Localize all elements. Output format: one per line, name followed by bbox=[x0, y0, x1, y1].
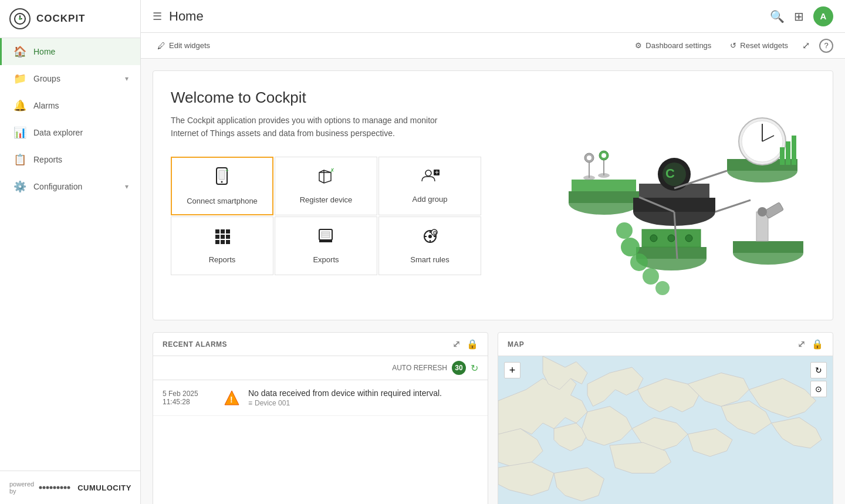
map-controls: ↻ ⊙ bbox=[810, 362, 827, 397]
alarm-time: 5 Feb 2025 11:45:28 bbox=[163, 390, 215, 406]
reports-widget-icon bbox=[214, 228, 231, 249]
alarms-header-actions: ⤢ 🔒 bbox=[452, 339, 478, 350]
exports-label: Exports bbox=[313, 255, 339, 264]
welcome-description: The Cockpit application provides you wit… bbox=[171, 114, 452, 140]
sidebar-item-reports-label: Reports bbox=[33, 155, 62, 164]
exports-icon bbox=[317, 228, 335, 249]
user-avatar[interactable]: A bbox=[813, 6, 833, 26]
sidebar-item-groups[interactable]: 📁 Groups ▾ bbox=[0, 65, 140, 92]
connect-smartphone-widget[interactable]: + Connect smartphone bbox=[171, 157, 273, 215]
svg-rect-29 bbox=[226, 240, 230, 244]
configuration-chevron-icon: ▾ bbox=[125, 182, 129, 191]
map-body: + ↻ ⊙ bbox=[498, 356, 833, 504]
sidebar-item-home-label: Home bbox=[33, 47, 55, 56]
smart-rules-widget[interactable]: ⚙ Smart rules bbox=[378, 217, 481, 275]
smart-rules-label: Smart rules bbox=[410, 255, 449, 264]
connect-smartphone-label: Connect smartphone bbox=[187, 197, 258, 205]
dashboard-settings-label: Dashboard settings bbox=[645, 41, 711, 50]
svg-rect-61 bbox=[786, 141, 790, 165]
exports-widget[interactable]: Exports bbox=[275, 217, 377, 275]
alarms-header: RECENT ALARMS ⤢ 🔒 bbox=[153, 333, 488, 356]
sidebar-item-groups-label: Groups bbox=[33, 74, 60, 83]
alarm-text: No data received from device within requ… bbox=[248, 388, 478, 407]
map-refresh-button[interactable]: ↻ bbox=[810, 362, 827, 378]
smart-rules-icon: ⚙ bbox=[421, 228, 439, 249]
reports-label: Reports bbox=[209, 255, 236, 264]
svg-point-4 bbox=[46, 486, 49, 489]
powered-by-text: powered by bbox=[9, 481, 34, 495]
svg-rect-31 bbox=[319, 240, 332, 242]
alarm-message: No data received from device within requ… bbox=[248, 388, 478, 398]
auto-refresh-label: AUTO REFRESH bbox=[392, 364, 447, 372]
map-header-actions: ⤢ 🔒 bbox=[797, 339, 823, 350]
sidebar-item-data-explorer[interactable]: 📊 Data explorer bbox=[0, 119, 140, 146]
expand-icon[interactable]: ⤢ bbox=[802, 40, 810, 51]
sidebar-item-configuration[interactable]: ⚙️ Configuration ▾ bbox=[0, 173, 140, 200]
svg-text:+: + bbox=[225, 167, 229, 174]
edit-icon: 🖊 bbox=[157, 41, 165, 50]
sidebar-item-reports[interactable]: 📋 Reports bbox=[0, 146, 140, 173]
alarm-timestamp: 11:45:28 bbox=[163, 398, 215, 406]
register-device-icon: ✗ bbox=[317, 168, 336, 190]
sidebar-item-home[interactable]: 🏠 Home bbox=[0, 38, 140, 65]
map-zoom-in-button[interactable]: + bbox=[504, 362, 520, 378]
svg-rect-64 bbox=[733, 241, 803, 253]
search-icon[interactable]: 🔍 bbox=[770, 9, 785, 23]
content-area: Welcome to Cockpit The Cockpit applicati… bbox=[141, 59, 845, 504]
svg-point-72 bbox=[668, 235, 675, 242]
add-group-icon: + bbox=[421, 168, 440, 189]
alarms-expand-icon[interactable]: ⤢ bbox=[452, 339, 461, 350]
toolbar: 🖊 Edit widgets ⚙ Dashboard settings ↺ Re… bbox=[141, 33, 845, 59]
svg-rect-62 bbox=[792, 136, 796, 165]
topbar: ☰ Home 🔍 ⊞ A bbox=[141, 0, 845, 33]
map-title: MAP bbox=[508, 340, 524, 349]
svg-point-13 bbox=[221, 181, 222, 182]
map-lock-icon[interactable]: 🔒 bbox=[812, 339, 824, 350]
svg-rect-22 bbox=[221, 229, 225, 234]
alarm-device: ≡ Device 001 bbox=[248, 399, 478, 407]
iot-svg: C bbox=[533, 89, 815, 300]
svg-point-1 bbox=[19, 18, 21, 20]
reports-icon: 📋 bbox=[13, 153, 26, 166]
sidebar-item-configuration-label: Configuration bbox=[33, 182, 82, 191]
add-group-widget[interactable]: + Add group bbox=[378, 157, 481, 215]
recent-alarms-widget: RECENT ALARMS ⤢ 🔒 AUTO REFRESH 30 ↻ 5 Fe… bbox=[153, 332, 488, 504]
sidebar-navigation: 🏠 Home 📁 Groups ▾ 🔔 Alarms 📊 Data explor… bbox=[0, 38, 140, 471]
sidebar-item-alarms[interactable]: 🔔 Alarms bbox=[0, 92, 140, 119]
register-device-widget[interactable]: ✗ Register device bbox=[275, 157, 377, 215]
groups-chevron-icon: ▾ bbox=[125, 75, 129, 83]
svg-point-44 bbox=[587, 155, 592, 160]
svg-rect-40 bbox=[569, 191, 639, 203]
refresh-icon[interactable]: ↻ bbox=[471, 363, 478, 374]
sidebar-footer: powered by CUMULOCITY bbox=[0, 471, 140, 504]
svg-rect-27 bbox=[215, 240, 219, 244]
svg-point-3 bbox=[43, 486, 46, 489]
svg-point-78 bbox=[655, 281, 670, 295]
svg-rect-23 bbox=[226, 229, 230, 234]
edit-widgets-button[interactable]: 🖊 Edit widgets bbox=[153, 39, 215, 53]
svg-point-67 bbox=[758, 207, 767, 217]
help-icon[interactable]: ? bbox=[819, 39, 833, 53]
edit-widgets-label: Edit widgets bbox=[169, 41, 210, 50]
svg-point-10 bbox=[67, 486, 70, 489]
dashboard-settings-button[interactable]: ⚙ Dashboard settings bbox=[630, 39, 716, 52]
svg-text:✗: ✗ bbox=[330, 168, 334, 174]
map-svg bbox=[498, 356, 833, 504]
svg-rect-24 bbox=[215, 235, 219, 239]
reset-widgets-button[interactable]: ↺ Reset widgets bbox=[725, 39, 793, 52]
smartphone-icon: + bbox=[214, 167, 231, 191]
alarms-lock-icon[interactable]: 🔒 bbox=[467, 339, 479, 350]
svg-text:!: ! bbox=[230, 395, 233, 404]
map-expand-icon[interactable]: ⤢ bbox=[797, 339, 806, 350]
grid-icon[interactable]: ⊞ bbox=[794, 9, 804, 23]
map-header: MAP ⤢ 🔒 bbox=[498, 333, 833, 356]
configuration-icon: ⚙️ bbox=[13, 180, 26, 193]
map-locate-button[interactable]: ⊙ bbox=[810, 381, 827, 397]
sidebar: COCKPIT 🏠 Home 📁 Groups ▾ 🔔 Alarms 📊 Dat… bbox=[0, 0, 141, 504]
menu-icon[interactable]: ☰ bbox=[153, 10, 162, 23]
svg-rect-28 bbox=[221, 240, 225, 244]
svg-point-9 bbox=[64, 486, 67, 489]
svg-text:C: C bbox=[665, 166, 675, 181]
reports-widget[interactable]: Reports bbox=[171, 217, 273, 275]
refresh-count-badge: 30 bbox=[452, 361, 466, 375]
